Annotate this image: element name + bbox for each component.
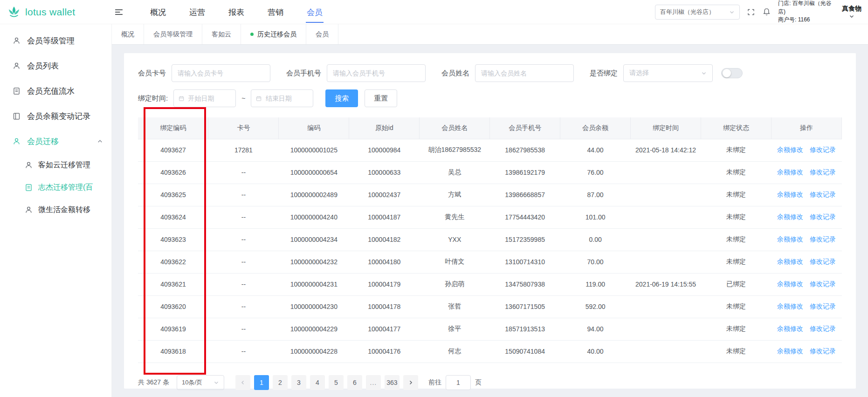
cell-bind-code: 4093624 — [138, 206, 208, 228]
page-ellipsis-button[interactable]: ... — [366, 375, 381, 390]
edit-record-link[interactable]: 修改记录 — [810, 191, 836, 198]
sidebar-item-label: 客如云迁移管理 — [38, 160, 90, 170]
balance-edit-link[interactable]: 余额修改 — [777, 146, 803, 153]
edit-record-link[interactable]: 修改记录 — [810, 302, 836, 310]
bind-toggle-switch[interactable] — [721, 68, 743, 78]
balance-edit-link[interactable]: 余额修改 — [777, 191, 803, 198]
cell-bind-code: 4093626 — [138, 161, 208, 184]
content: 会员卡号 会员手机号 会员姓名 是否绑定 — [112, 45, 868, 397]
cell-bind-time — [631, 318, 701, 340]
cell-phone: 18627985538 — [490, 139, 560, 161]
page-button-last[interactable]: 363 — [385, 375, 400, 390]
cell-phone: 13607171505 — [490, 295, 560, 318]
cell-bind-time — [631, 295, 701, 318]
person-icon — [24, 205, 33, 214]
sidebar-item-member-level[interactable]: 会员等级管理 — [0, 28, 111, 53]
balance-edit-link[interactable]: 余额修改 — [777, 235, 803, 243]
balance-edit-link[interactable]: 余额修改 — [777, 347, 803, 355]
edit-record-link[interactable]: 修改记录 — [810, 235, 836, 243]
brand-name: lotus wallet — [25, 7, 75, 18]
column-header: 编码 — [279, 117, 349, 139]
sidebar: 会员等级管理 会员列表 会员充值流水 会员余额变动记录 会员迁移 客如云 — [0, 24, 112, 397]
end-date-input[interactable] — [251, 89, 313, 107]
nav-operations[interactable]: 运营 — [188, 1, 206, 23]
member-name-input[interactable] — [475, 64, 574, 82]
nav-reports[interactable]: 报表 — [227, 1, 245, 23]
cell-bind-time — [631, 228, 701, 251]
sidebar-subitem-keruyun-migration[interactable]: 客如云迁移管理 — [0, 154, 111, 176]
cell-phone: 13475807938 — [490, 273, 560, 295]
tab-member[interactable]: 会员 — [306, 24, 338, 44]
start-date-field[interactable] — [188, 95, 231, 102]
tab-keruyun[interactable]: 客如云 — [202, 24, 241, 44]
sidebar-item-label: 会员迁移 — [27, 136, 59, 147]
nav-members[interactable]: 会员 — [306, 1, 324, 23]
column-header: 绑定状态 — [701, 117, 772, 139]
start-date-input[interactable] — [173, 89, 236, 107]
end-date-field[interactable] — [266, 95, 309, 102]
cell-operations: 余额修改 修改记录 — [771, 184, 841, 206]
chevron-down-icon — [849, 14, 854, 19]
company-menu[interactable]: 真食物 — [842, 5, 861, 19]
cell-bind-status: 未绑定 — [701, 251, 772, 273]
main-area: 概况 会员等级管理 客如云 历史迁移会员 会员 会员卡号 — [112, 24, 868, 397]
member-card-input[interactable] — [172, 64, 270, 82]
tab-member-level[interactable]: 会员等级管理 — [144, 24, 202, 44]
next-page-button[interactable] — [403, 375, 418, 390]
page-button-1[interactable]: 1 — [254, 375, 269, 390]
column-header: 绑定时间 — [631, 117, 701, 139]
sidebar-item-label: 会员充值流水 — [27, 86, 75, 96]
filter-time-group: 绑定时间: ~ 搜索 重置 — [138, 89, 397, 107]
sidebar-item-member-migration[interactable]: 会员迁移 — [0, 129, 111, 154]
cell-balance: 76.00 — [560, 161, 631, 184]
edit-record-link[interactable]: 修改记录 — [810, 146, 836, 153]
edit-record-link[interactable]: 修改记录 — [810, 213, 836, 220]
fullscreen-icon[interactable] — [747, 8, 755, 16]
goto-label: 前往 — [428, 378, 441, 387]
menu-collapse-icon[interactable] — [114, 7, 124, 17]
nav-overview[interactable]: 概况 — [149, 1, 167, 23]
goto-page-input[interactable] — [446, 375, 471, 390]
page-button-6[interactable]: 6 — [347, 375, 362, 390]
search-button[interactable]: 搜索 — [325, 89, 358, 107]
chevron-down-icon — [701, 70, 707, 76]
page-button-5[interactable]: 5 — [329, 375, 344, 390]
nav-marketing[interactable]: 营销 — [267, 1, 284, 23]
edit-record-link[interactable]: 修改记录 — [810, 347, 836, 355]
sidebar-subitem-weishenghuo-transfer[interactable]: 微生活金额转移 — [0, 198, 111, 221]
prev-page-button[interactable] — [235, 375, 250, 390]
cell-card-no: -- — [208, 273, 279, 295]
cell-operations: 余额修改 修改记录 — [771, 295, 841, 318]
member-phone-input[interactable] — [327, 64, 426, 82]
sidebar-item-balance-records[interactable]: 会员余额变动记录 — [0, 103, 111, 129]
cell-balance: 101.00 — [560, 206, 631, 228]
cell-phone: 13100714310 — [490, 251, 560, 273]
tab-overview[interactable]: 概况 — [112, 24, 144, 44]
balance-edit-link[interactable]: 余额修改 — [777, 168, 803, 176]
balance-edit-link[interactable]: 余额修改 — [777, 258, 803, 265]
edit-record-link[interactable]: 修改记录 — [810, 280, 836, 287]
edit-record-link[interactable]: 修改记录 — [810, 258, 836, 265]
edit-record-link[interactable]: 修改记录 — [810, 168, 836, 176]
balance-edit-link[interactable]: 余额修改 — [777, 280, 803, 287]
page-button-3[interactable]: 3 — [291, 375, 306, 390]
cell-bind-status: 未绑定 — [701, 228, 772, 251]
lotus-logo-icon — [7, 5, 21, 20]
tab-history-migration[interactable]: 历史迁移会员 — [241, 24, 306, 44]
balance-edit-link[interactable]: 余额修改 — [777, 325, 803, 332]
bell-icon[interactable] — [762, 7, 771, 16]
page-size-select[interactable]: 10条/页 — [177, 375, 224, 390]
cell-bind-status: 已绑定 — [701, 273, 772, 295]
cell-member-name: 孙启萌 — [420, 273, 490, 295]
sidebar-item-recharge-flow[interactable]: 会员充值流水 — [0, 78, 111, 103]
reset-button[interactable]: 重置 — [365, 89, 397, 107]
store-select[interactable]: 百年川椒（光谷店） — [655, 5, 740, 20]
sidebar-item-member-list[interactable]: 会员列表 — [0, 53, 111, 78]
balance-edit-link[interactable]: 余额修改 — [777, 302, 803, 310]
balance-edit-link[interactable]: 余额修改 — [777, 213, 803, 220]
page-button-2[interactable]: 2 — [273, 375, 288, 390]
bind-status-select[interactable]: 请选择 — [623, 64, 713, 82]
page-button-4[interactable]: 4 — [310, 375, 325, 390]
edit-record-link[interactable]: 修改记录 — [810, 325, 836, 332]
sidebar-subitem-zhijie-migration[interactable]: 志杰迁移管理(百 — [0, 176, 111, 198]
